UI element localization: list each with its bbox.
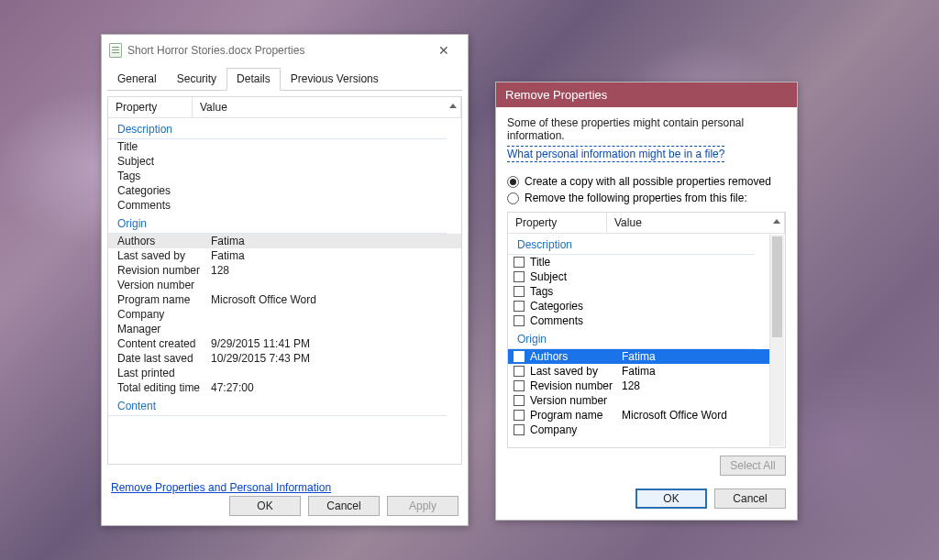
section-origin: Origin [508,330,755,349]
select-all-button: Select All [720,456,786,476]
radio-remove-from-file[interactable]: Remove the following properties from thi… [507,192,786,204]
cancel-button[interactable]: Cancel [714,489,786,509]
prop-label: Subject [117,155,211,168]
table-row[interactable]: Last saved byFatima [508,364,769,379]
prop-label: Categories [530,300,622,313]
tabstrip: General Security Details Previous Versio… [107,67,462,91]
table-row[interactable]: Title [508,255,769,269]
prop-value: Fatima [622,350,766,363]
prop-label: Revision number [530,379,622,392]
table-row[interactable]: AuthorsFatima [108,234,461,248]
prop-label: Last saved by [530,365,622,378]
column-headers: Property Value [508,213,785,234]
table-row[interactable]: Company [108,307,461,322]
section-description: Description [508,236,755,255]
table-row[interactable]: Version number [508,393,769,408]
table-row[interactable]: Company [508,423,769,437]
table-row[interactable]: Comments [508,313,769,328]
section-origin: Origin [108,214,447,234]
checkbox[interactable] [514,366,525,377]
prop-label: Total editing time [117,381,211,394]
prop-value: 9/29/2015 11:41 PM [211,337,454,350]
radio-label: Create a copy with all possible properti… [525,175,771,188]
tab-general[interactable]: General [107,68,167,91]
ok-button[interactable]: OK [229,496,301,516]
checkbox[interactable] [514,286,525,297]
table-row[interactable]: Revision number128 [108,263,461,278]
checkbox[interactable] [514,301,525,312]
tab-security[interactable]: Security [167,68,226,91]
table-row[interactable]: Categories [108,183,461,198]
section-description: Description [108,120,447,139]
table-row[interactable]: AuthorsFatima [508,349,769,364]
table-row[interactable]: Tags [508,284,769,299]
prop-label: Last saved by [117,249,211,262]
radio-create-copy[interactable]: Create a copy with all possible properti… [507,175,786,188]
column-value-header[interactable]: Value [193,97,461,117]
prop-value: Microsoft Office Word [622,409,766,422]
column-value-header[interactable]: Value [607,213,785,233]
prop-value: 128 [622,379,766,392]
checkbox[interactable] [514,351,525,362]
prop-label: Program name [530,409,622,422]
prop-label: Tags [117,170,211,182]
table-row[interactable]: Content created9/29/2015 11:41 PM [108,336,461,351]
table-row[interactable]: Last saved byFatima [108,248,461,263]
cancel-button[interactable]: Cancel [308,496,380,516]
checkbox[interactable] [514,271,525,282]
apply-button: Apply [387,496,458,516]
close-button[interactable]: ✕ [427,40,460,60]
table-row[interactable]: Total editing time47:27:00 [108,380,461,395]
intro-text: Some of these properties might contain p… [507,116,786,142]
table-row[interactable]: Version number [108,278,461,292]
prop-value: Fatima [211,249,454,262]
table-row[interactable]: Categories [508,299,769,313]
table-row[interactable]: Tags [108,169,461,183]
checkbox[interactable] [514,410,525,421]
radio-label: Remove the following properties from thi… [525,192,747,204]
properties-rows[interactable]: Description TitleSubjectTagsCategoriesCo… [508,234,785,447]
tab-details[interactable]: Details [226,68,281,91]
prop-label: Categories [117,184,211,197]
section-content: Content [108,397,447,416]
details-rows[interactable]: Description Title Subject Tags Categorie… [108,118,461,464]
info-link[interactable]: What personal information might be in a … [507,146,724,162]
remove-properties-link[interactable]: Remove Properties and Personal Informati… [111,481,331,494]
scroll-up-icon[interactable] [770,214,783,227]
prop-label: Comments [530,314,622,327]
prop-label: Tags [530,285,622,298]
checkbox[interactable] [514,424,525,435]
prop-label: Content created [117,337,211,350]
table-row[interactable]: Subject [508,269,769,284]
checkbox[interactable] [514,395,525,406]
prop-label: Authors [117,235,211,247]
table-row[interactable]: Title [108,139,461,154]
scrollbar[interactable] [769,235,784,446]
remove-properties-dialog: Remove Properties Some of these properti… [495,82,798,521]
column-property-header[interactable]: Property [108,97,193,117]
column-property-header[interactable]: Property [508,213,607,233]
table-row[interactable]: Date last saved10/29/2015 7:43 PM [108,351,461,366]
prop-value: Microsoft Office Word [211,293,454,306]
file-properties-dialog: Short Horror Stories.docx Properties ✕ G… [101,34,469,526]
prop-label: Subject [530,270,622,283]
table-row[interactable]: Last printed [108,366,461,380]
prop-label: Last printed [117,367,211,379]
checkbox[interactable] [514,380,525,391]
prop-label: Authors [530,350,622,363]
table-row[interactable]: Manager [108,322,461,336]
table-row[interactable]: Program nameMicrosoft Office Word [108,292,461,307]
table-row[interactable]: Comments [108,198,461,213]
table-row[interactable]: Program nameMicrosoft Office Word [508,408,769,423]
prop-label: Version number [117,279,211,291]
tab-previous-versions[interactable]: Previous Versions [281,68,389,91]
dialog-title: Short Horror Stories.docx Properties [127,44,304,57]
scrollbar-thumb[interactable] [772,236,782,337]
checkbox[interactable] [514,315,525,326]
table-row[interactable]: Subject [108,154,461,169]
checkbox[interactable] [514,257,525,268]
scroll-up-icon[interactable] [447,99,459,112]
document-icon [109,43,122,58]
ok-button[interactable]: OK [635,489,707,509]
table-row[interactable]: Revision number128 [508,379,769,393]
